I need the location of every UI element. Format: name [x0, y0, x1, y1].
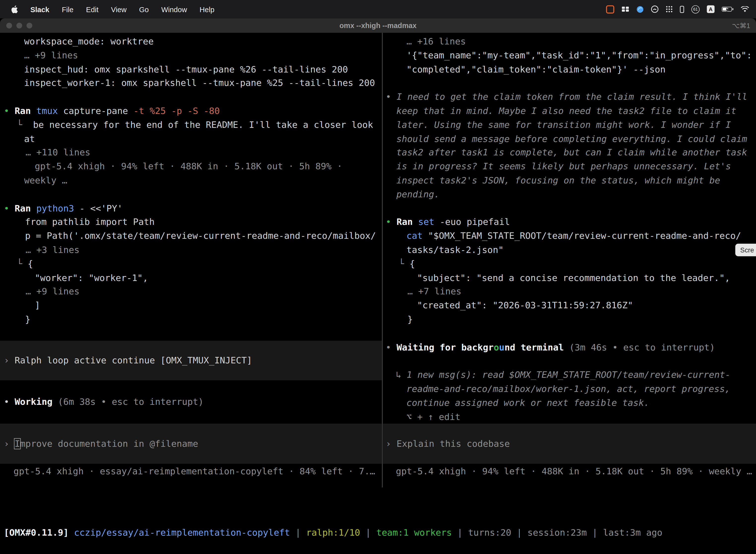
terminal-line: weekly … [0, 174, 382, 188]
terminal-line: "subject": "send a concise recommendatio… [383, 271, 756, 285]
text-segment: └ [17, 259, 28, 269]
terminal-line [383, 327, 756, 340]
menu-item-edit[interactable]: Edit [86, 5, 99, 13]
text-segment: … +9 lines [25, 286, 80, 296]
text-segment: [OMX#0.11.9] [4, 528, 69, 538]
text-segment: { [28, 259, 33, 269]
input-source-icon[interactable]: A [707, 5, 714, 13]
circle-app-icon[interactable] [651, 5, 658, 13]
menu-bar-left: Slack File Edit View Go Window Help [0, 5, 214, 13]
text-segment: be necessary for the end of the README. … [33, 120, 373, 130]
battery-icon[interactable] [722, 7, 734, 11]
text-segment: Ran [15, 106, 36, 116]
menu-item-window[interactable]: Window [161, 5, 187, 13]
terminal-line: … +16 lines [383, 35, 756, 49]
text-segment: nd terminal [504, 342, 564, 352]
wifi-icon[interactable] [741, 6, 749, 12]
text-segment: at [24, 133, 35, 144]
text-segment: gpt-5.4 xhigh · 94% left · 488K in · 5.1… [396, 466, 752, 477]
window-title: omx --xhigh --madmax [0, 18, 756, 33]
terminal-line [383, 202, 756, 215]
spacer [0, 409, 382, 424]
phone-icon[interactable] [680, 5, 684, 13]
terminal-line: • I need to get the claim token from the… [383, 90, 756, 104]
app-grid-icon[interactable] [666, 6, 673, 12]
terminal-line: ↳ 1 new msg(s): read $OMX_TEAM_STATE_ROO… [383, 368, 756, 382]
prompt-input[interactable]: › Improve documentation in @filename [0, 424, 382, 464]
active-app-name[interactable]: Slack [30, 5, 49, 13]
window-titlebar[interactable]: omx --xhigh --madmax ⌥⌘1 [0, 18, 756, 33]
text-segment: readme-and-reco/mailbox/worker-1.json, a… [406, 384, 731, 394]
terminal-line: └ { [383, 257, 756, 271]
terminal-line: keep that in mind. Maybe I also need the… [383, 104, 756, 118]
text-segment: { [410, 259, 415, 269]
terminal-line: continue assigned work or next feasible … [383, 396, 756, 410]
text-segment: I need to get the claim token from the c… [397, 92, 747, 102]
text-segment: Ran [15, 203, 36, 213]
terminal-line [383, 76, 756, 90]
terminal-line: inspect task2's JSON, focusing on the st… [383, 174, 756, 188]
terminal-line: '{"team_name":"my-team","task_id":"1","f… [383, 49, 756, 63]
terminal-line: … +7 lines [383, 285, 756, 299]
text-segment: ↳ 1 new msg(s): read $OMX_TEAM_STATE_ROO… [396, 370, 731, 380]
text-segment: mprove documentation in @filename [20, 439, 198, 449]
terminal-line: p = Path('.omx/state/team/review-current… [0, 229, 382, 243]
text-segment: ralph:1/10 [306, 528, 360, 538]
text-segment: } [25, 314, 30, 324]
terminal-line: … +3 lines [0, 243, 382, 257]
terminal-line: • Working (6m 38s • esc to interrupt) [0, 395, 382, 409]
text-segment: | [290, 528, 306, 538]
text-segment: -t %25 -p -S -80 [133, 106, 220, 116]
menu-item-help[interactable]: Help [200, 5, 214, 13]
text-segment: - <<'PY' [74, 203, 123, 213]
text-segment: Ran [397, 217, 418, 227]
terminal-line [383, 354, 756, 368]
tmux-pane-right[interactable]: … +16 lines'{"team_name":"my-team","task… [383, 33, 756, 488]
text-segment: Waiting for backgr [397, 342, 494, 352]
text-segment: └ [399, 259, 410, 269]
terminal-line [0, 188, 382, 202]
terminal-line: • Waiting for background terminal (3m 46… [383, 340, 756, 354]
text-segment: tmux [36, 106, 58, 116]
text-segment: ] [35, 300, 40, 311]
text-segment: continue assigned work or next feasible … [406, 398, 649, 408]
text-segment: › Explain this codebase [386, 439, 510, 449]
text-segment: "worker": "worker-1", [35, 273, 148, 283]
text-segment: "$OMX_TEAM_STATE_ROOT/team/review-curren… [428, 231, 741, 241]
terminal-line: "worker": "worker-1", [0, 271, 382, 285]
menu-item-go[interactable]: Go [139, 5, 149, 13]
terminal-line: pending. [383, 188, 756, 202]
text-segment: … +7 lines [407, 286, 461, 296]
menu-item-view[interactable]: View [111, 5, 127, 13]
text-segment: | [360, 528, 376, 538]
gauge-61-icon[interactable]: 61 [692, 5, 700, 13]
text-segment: "completed","claim_token":"claim-token"}… [406, 64, 666, 74]
text-segment: • [4, 203, 15, 213]
apple-menu-icon[interactable] [11, 5, 18, 13]
text-segment: ⌥ + ↑ edit [406, 411, 460, 422]
text-segment: … +3 lines [25, 245, 80, 255]
terminal-line: gpt-5.4 xhigh · essay/ai-reimplementatio… [0, 465, 382, 479]
terminal-line: … +110 lines [0, 146, 382, 160]
terminal-line: ⌥ + ↑ edit [383, 410, 756, 424]
blue-droplet-icon[interactable] [636, 5, 644, 13]
terminal-line: "completed","claim_token":"claim-token"}… [383, 63, 756, 76]
text-segment: u [499, 342, 504, 352]
menu-item-file[interactable]: File [62, 5, 73, 13]
gauge-value: 61 [693, 7, 698, 11]
text-segment: -euo pipefail [434, 217, 510, 227]
terminal-line: inspect_hud: omx sparkshell --tmux-pane … [0, 63, 382, 76]
terminal-line: inspect_worker-1: omx sparkshell --tmux-… [0, 76, 382, 90]
text-segment: inspect_worker-1: omx sparkshell --tmux-… [24, 78, 375, 88]
prompt-input[interactable]: › Ralph loop active continue [OMX_TMUX_I… [0, 340, 382, 380]
tmux-pane-left[interactable]: workspace_mode: worktree… +9 linesinspec… [0, 33, 382, 488]
text-segment: set [418, 217, 434, 227]
scaled-canvas: Slack File Edit View Go Window Help [0, 0, 756, 554]
prompt-input[interactable]: › Explain this codebase [383, 424, 756, 464]
text-segment: … +9 lines [24, 50, 78, 60]
terminal-line: gpt-5.4 xhigh · 94% left · 488K in · 5.1… [0, 160, 382, 174]
text-segment: cat [406, 231, 428, 241]
window-tiles-icon[interactable] [622, 6, 629, 12]
screen-recording-icon[interactable] [606, 5, 614, 13]
text-segment: gpt-5.4 xhigh · 94% left · 488K in · 5.1… [35, 161, 342, 171]
